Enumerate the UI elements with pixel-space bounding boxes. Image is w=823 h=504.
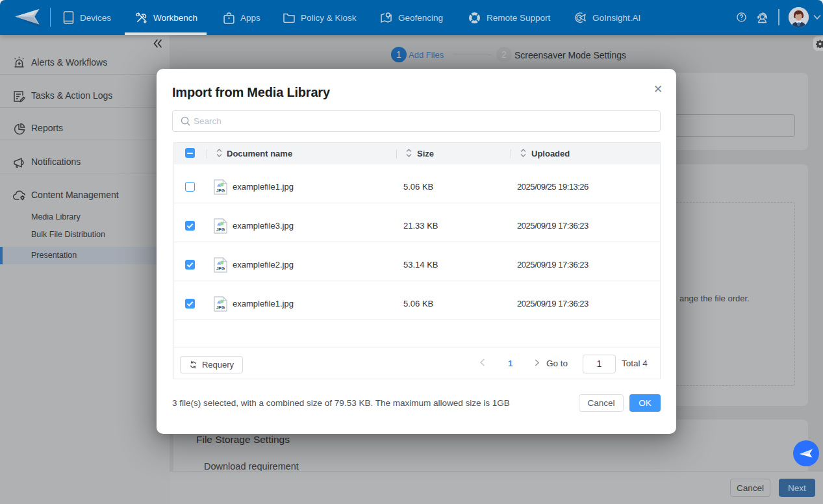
svg-text:JPG: JPG [216,266,225,271]
svg-text:JPG: JPG [216,188,225,193]
svg-text:JPG: JPG [216,305,225,310]
svg-text:JPG: JPG [216,227,225,232]
